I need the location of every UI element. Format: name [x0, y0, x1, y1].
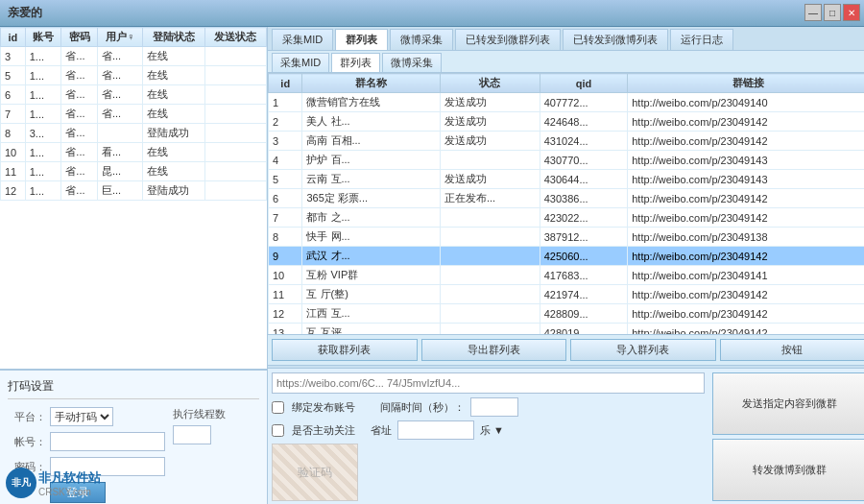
export-group-btn[interactable]: 导出群列表	[421, 339, 567, 361]
group-table-row[interactable]: 12江西 互...428809...http://weibo.com/p/230…	[269, 304, 865, 324]
send-to-group-btn[interactable]: 发送指定内容到微群	[712, 372, 864, 435]
checkbox-row1: 绑定发布账号 间隔时间（秒）： 0	[272, 397, 705, 417]
group-col-qid: qid	[540, 74, 628, 93]
group-col-name: 群名称	[302, 74, 441, 93]
group-table-row[interactable]: 8快手 网...387912...http://weibo.com/p/2304…	[269, 228, 865, 247]
right-content: 采集MID群列表微博采集 id 群名称 状态 qid 群链接	[268, 51, 864, 365]
right-panel: 采集MID群列表微博采集已转发到微群列表已转发到微博列表运行日志 采集MID群列…	[268, 27, 864, 504]
app-title: 亲爱的	[8, 5, 42, 21]
maximize-button[interactable]: □	[824, 4, 841, 21]
bind-account-checkbox[interactable]	[272, 401, 284, 414]
col-send-status: 发送状态	[204, 28, 266, 47]
top-tab-运行日志[interactable]: 运行日志	[670, 29, 733, 50]
bottom-right-section: 发送指定内容到微群 转发微博到微群	[712, 372, 864, 501]
group-table-row[interactable]: 5云南 互...发送成功430644...http://weibo.com/p/…	[269, 170, 865, 189]
logo-name: 非凡软件站	[38, 469, 101, 487]
group-table-area[interactable]: id 群名称 状态 qid 群链接 1微营销官方在线发送成功407772...h…	[268, 73, 864, 334]
col-pwd: 密码	[61, 28, 98, 47]
platform-select[interactable]: 手动打码	[50, 407, 113, 426]
thread-input[interactable]: 1	[173, 425, 211, 444]
captcha-image: 验证码	[272, 444, 358, 501]
account-label: 帐号：	[8, 435, 46, 449]
title-bar: 亲爱的 — □ ✕	[0, 0, 864, 27]
account-table-row[interactable]: 111...省...昆...在线	[1, 162, 267, 181]
top-tab-已转发到微博列表[interactable]: 已转发到微博列表	[563, 29, 668, 50]
left-panel: id 账号 密码 用户♀ 登陆状态 发送状态 31...省...省...在线51…	[0, 27, 268, 504]
account-table-row[interactable]: 83...省...登陆成功	[1, 124, 267, 143]
group-table-row[interactable]: 2美人 社...发送成功424648...http://weibo.com/p/…	[269, 112, 865, 132]
account-table-row[interactable]: 31...省...省...在线	[1, 47, 267, 66]
subtab-采集MID[interactable]: 采集MID	[272, 53, 329, 72]
account-table-row[interactable]: 61...省...省...在线	[1, 85, 267, 105]
group-table-panel: 采集MID群列表微博采集 id 群名称 状态 qid 群链接	[268, 51, 864, 365]
account-table-row[interactable]: 121...省...巨...登陆成功	[1, 181, 267, 201]
top-tab-采集MID[interactable]: 采集MID	[272, 29, 333, 50]
account-input[interactable]	[50, 432, 165, 451]
close-button[interactable]: ✕	[843, 4, 860, 21]
group-table-row[interactable]: 3高南 百相...发送成功431024...http://weibo.com/p…	[269, 132, 865, 151]
col-login-status: 登陆状态	[143, 28, 204, 47]
more-group-btn[interactable]: 按钮	[720, 339, 865, 361]
logo-sub: CRSKY.com	[38, 487, 101, 497]
group-btn-row: 获取群列表 导出群列表 导入群列表 按钮	[268, 334, 864, 365]
group-table-row[interactable]: 1微营销官方在线发送成功407772...http://weibo.com/p/…	[269, 93, 865, 112]
group-table-row[interactable]: 10互粉 VIP群417683...http://weibo.com/p/230…	[269, 266, 865, 285]
account-table-area: id 账号 密码 用户♀ 登陆状态 发送状态 31...省...省...在线51…	[0, 27, 267, 370]
group-col-id: id	[269, 74, 302, 93]
checkbox-row2: 是否主动关注 省址 乐 ▼	[272, 420, 705, 440]
account-table-row[interactable]: 51...省...省...在线	[1, 66, 267, 85]
bottom-left-section: 绑定发布账号 间隔时间（秒）： 0 是否主动关注 省址 乐 ▼ 验证码	[272, 372, 705, 501]
platform-label: 平台：	[8, 410, 46, 424]
group-table-row[interactable]: 9武汉 才...425060...http://weibo.com/p/2304…	[269, 247, 865, 266]
top-tab-群列表[interactable]: 群列表	[335, 29, 388, 50]
main-area: id 账号 密码 用户♀ 登陆状态 发送状态 31...省...省...在线51…	[0, 27, 864, 504]
top-tab-已转发到微群列表[interactable]: 已转发到微群列表	[455, 29, 561, 50]
bottom-panel: 关注微博评论微博转发微博发私信微博点赞批量评论批量群发申请加群取消关注删除微博 …	[268, 365, 864, 504]
col-id: id	[1, 28, 26, 47]
save-input[interactable]	[397, 420, 474, 440]
group-table: id 群名称 状态 qid 群链接 1微营销官方在线发送成功407772...h…	[268, 73, 864, 334]
col-account: 账号	[25, 28, 61, 47]
col-user: 用户♀	[97, 28, 143, 47]
login-settings-title: 打码设置	[8, 378, 259, 399]
forward-to-group-btn[interactable]: 转发微博到微群	[712, 439, 864, 501]
logo-info: 非凡软件站 CRSKY.com	[38, 469, 101, 497]
joy-label: 乐 ▼	[480, 423, 504, 438]
subtab-微博采集[interactable]: 微博采集	[382, 53, 442, 72]
bottom-content-area: 绑定发布账号 间隔时间（秒）： 0 是否主动关注 省址 乐 ▼ 验证码	[268, 369, 864, 504]
import-group-btn[interactable]: 导入群列表	[570, 339, 716, 361]
group-col-status: 状态	[440, 74, 540, 93]
group-col-link: 群链接	[628, 74, 864, 93]
bind-account-label: 绑定发布账号	[292, 400, 355, 415]
delay-input[interactable]: 0	[470, 397, 518, 417]
account-table-row[interactable]: 101...省...看...在线	[1, 143, 267, 162]
account-table-row[interactable]: 71...省...省...在线	[1, 105, 267, 124]
delay-label: 间隔时间（秒）：	[380, 400, 465, 415]
follow-label: 是否主动关注	[292, 423, 355, 438]
group-table-row[interactable]: 7都市 之...423022...http://weibo.com/p/2304…	[269, 208, 865, 228]
account-table: id 账号 密码 用户♀ 登陆状态 发送状态 31...省...省...在线51…	[0, 27, 267, 201]
url-input[interactable]	[272, 372, 705, 394]
subtabs-row: 采集MID群列表微博采集	[268, 51, 864, 73]
logo-area: 非凡 非凡软件站 CRSKY.com	[6, 468, 101, 498]
fetch-group-btn[interactable]: 获取群列表	[272, 339, 418, 361]
window-controls: — □ ✕	[804, 4, 860, 21]
account-row: 帐号：	[8, 432, 165, 451]
follow-checkbox[interactable]	[272, 424, 284, 437]
logo-icon: 非凡	[6, 468, 36, 498]
save-label: 省址	[371, 423, 392, 438]
thread-label: 执行线程数	[173, 407, 226, 421]
top-tab-微博采集[interactable]: 微博采集	[390, 29, 453, 50]
group-table-row[interactable]: 13互 互评428019...http://weibo.com/p/230491…	[269, 324, 865, 335]
group-table-row[interactable]: 4护炉 百...430770...http://weibo.com/p/2304…	[269, 151, 865, 170]
top-tabs-row: 采集MID群列表微博采集已转发到微群列表已转发到微博列表运行日志	[268, 27, 864, 51]
platform-row: 平台： 手动打码	[8, 407, 165, 426]
group-table-row[interactable]: 11互 厅(整)421974...http://weibo.com/p/2304…	[269, 285, 865, 304]
group-table-row[interactable]: 6365定 彩票...正在发布...430386...http://weibo.…	[269, 189, 865, 208]
login-settings-panel: 打码设置 平台： 手动打码 帐号： 密码：	[0, 370, 267, 504]
minimize-button[interactable]: —	[804, 4, 822, 21]
subtab-群列表[interactable]: 群列表	[331, 53, 380, 72]
thread-row: 执行线程数	[173, 407, 259, 421]
